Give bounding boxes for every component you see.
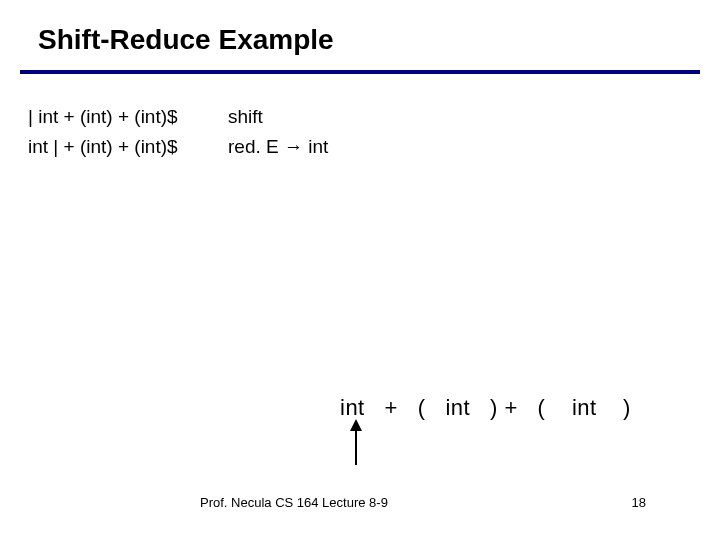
- slide-title: Shift-Reduce Example: [38, 24, 334, 56]
- step-stack: int | + (int) + (int)$: [28, 132, 228, 162]
- step-stack: | int + (int) + (int)$: [28, 102, 228, 132]
- svg-marker-1: [350, 419, 362, 431]
- parse-steps: | int + (int) + (int)$ shift int | + (in…: [28, 102, 328, 162]
- token-stream: int + ( int ) + ( int ): [340, 395, 720, 475]
- step-row: int | + (int) + (int)$ red. E → int: [28, 132, 328, 162]
- token-text: int + ( int ) + ( int ): [340, 395, 720, 421]
- footer-page-number: 18: [632, 495, 646, 510]
- footer-lecture: Prof. Necula CS 164 Lecture 8-9: [200, 495, 388, 510]
- step-action: red. E → int: [228, 132, 328, 162]
- step-action: shift: [228, 102, 263, 132]
- title-underline: [20, 70, 700, 74]
- cursor-arrow-icon: [316, 419, 366, 467]
- step-row: | int + (int) + (int)$ shift: [28, 102, 328, 132]
- slide: Shift-Reduce Example | int + (int) + (in…: [0, 0, 720, 540]
